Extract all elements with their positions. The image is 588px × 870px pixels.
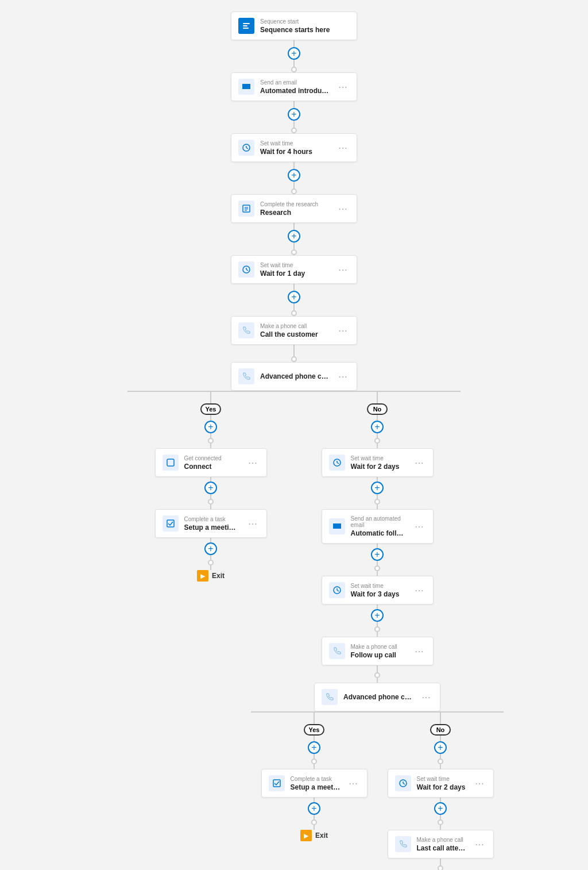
add-btn-yes-2[interactable]: + [308, 741, 320, 754]
wait-4h-label: Set wait time [260, 140, 330, 147]
task-setup-2-card: Complete a task Setup a meeting and move… [261, 769, 368, 798]
add-btn-no-2[interactable]: + [434, 741, 447, 754]
wait-1d-label: Set wait time [260, 262, 330, 268]
auto-email-icon [329, 518, 345, 534]
connect-card: Get connected Connect ⋯ [155, 448, 267, 477]
phone-call-2-text: Make a phone call Follow up call [351, 644, 407, 659]
branch-1-row: Yes + Get connected Connect [127, 392, 461, 870]
svg-rect-14 [167, 520, 174, 527]
task-setup-2-title: Setup a meeting and move to the next s..… [291, 783, 341, 791]
wait-2d-1-title: Wait for 2 days [351, 463, 407, 471]
add-btn-yes-1[interactable]: + [204, 421, 217, 433]
wait-1d-menu[interactable]: ⋯ [336, 263, 350, 276]
auto-follow-email-menu[interactable]: ⋯ [412, 520, 426, 533]
wait-2d-2-label: Set wait time [417, 776, 467, 782]
no-label-2: No [430, 724, 451, 736]
phone-call-2-card: Make a phone call Follow up call ⋯ [322, 637, 434, 665]
research-label: Complete the research [260, 201, 330, 207]
svg-line-5 [246, 148, 248, 149]
wait-2d-1-label: Set wait time [351, 455, 407, 461]
condition-icon-1 [238, 368, 254, 384]
add-btn-no-1b[interactable]: + [371, 482, 384, 494]
task-icon-1 [163, 515, 179, 532]
phone-condition-1-menu[interactable]: ⋯ [336, 370, 350, 383]
wait-2d-1-menu[interactable]: ⋯ [412, 456, 426, 469]
task-setup-2-text: Complete a task Setup a meeting and move… [291, 776, 341, 791]
branch-2-row: Yes + C [251, 713, 504, 870]
research-icon [238, 201, 254, 217]
add-btn-2[interactable]: + [288, 108, 300, 121]
task-setup-1-menu[interactable]: ⋯ [246, 517, 260, 530]
auto-follow-email-title: Automatic follow up email [351, 529, 407, 537]
wait-3d-menu[interactable]: ⋯ [412, 584, 426, 597]
sequence-start-title: Sequence starts here [260, 26, 350, 34]
wait-icon-4 [329, 582, 345, 598]
svg-rect-21 [273, 780, 280, 787]
sequence-start-label: Sequence start [260, 18, 350, 25]
phone-condition-2-menu[interactable]: ⋯ [419, 691, 433, 704]
connect-icon [163, 455, 179, 471]
phone-call-3-menu[interactable]: ⋯ [473, 838, 486, 851]
phone-call-3-title: Last call attempt [417, 844, 467, 852]
add-btn-no-2b[interactable]: + [434, 802, 447, 815]
wait-2d-2-menu[interactable]: ⋯ [473, 777, 486, 790]
wait-4h-menu[interactable]: ⋯ [336, 141, 350, 155]
exit-icon-1: ▶ [197, 570, 208, 582]
svg-rect-0 [243, 23, 250, 24]
research-card: Complete the research Research ⋯ [231, 194, 357, 223]
condition-icon-2 [322, 689, 338, 705]
email-icon [238, 79, 254, 95]
task-icon-2 [269, 775, 285, 791]
send-email-1-label: Send an email [260, 79, 330, 86]
yes-label-1: Yes [200, 403, 221, 415]
phone-icon-2 [329, 643, 345, 659]
phone-call-2-label: Make a phone call [351, 644, 407, 650]
connect-title: Connect [184, 463, 240, 471]
research-text: Complete the research Research [260, 201, 330, 217]
wait-3d-card: Set wait time Wait for 3 days ⋯ [322, 576, 434, 605]
send-email-1-menu[interactable]: ⋯ [336, 80, 350, 94]
add-btn-4[interactable]: + [288, 230, 300, 242]
connect-text: Get connected Connect [184, 455, 240, 471]
connect-label: Get connected [184, 455, 240, 461]
exit-2: ▶ Exit [300, 830, 328, 841]
svg-line-20 [337, 590, 339, 591]
add-btn-3[interactable]: + [288, 169, 300, 182]
exit-icon-2: ▶ [300, 830, 312, 841]
svg-rect-2 [243, 28, 249, 29]
add-btn-5[interactable]: + [288, 291, 300, 303]
add-btn-yes-1b[interactable]: + [204, 482, 217, 494]
svg-line-24 [403, 783, 405, 784]
exit-1-label: Exit [212, 572, 225, 580]
phone-call-3-text: Make a phone call Last call attempt [417, 837, 467, 852]
sequence-start-text: Sequence start Sequence starts here [260, 18, 350, 34]
connect-menu[interactable]: ⋯ [246, 456, 260, 469]
phone-call-1-label: Make a phone call [260, 323, 330, 329]
no-label-1: No [367, 403, 388, 415]
task-setup-2-menu[interactable]: ⋯ [346, 777, 360, 790]
wait-3d-label: Set wait time [351, 583, 407, 589]
connector-1: + [288, 40, 300, 72]
wait-1d-text: Set wait time Wait for 1 day [260, 262, 330, 278]
research-menu[interactable]: ⋯ [336, 202, 350, 215]
add-btn-1[interactable]: + [288, 47, 300, 60]
add-btn-no-1d[interactable]: + [371, 609, 384, 622]
task-setup-1-title: Setup a meeting and move to the next s..… [184, 523, 240, 532]
connector-5: + [288, 284, 300, 316]
phone-icon-1 [238, 322, 254, 338]
svg-line-12 [246, 270, 248, 271]
exit-1: ▶ Exit [197, 570, 225, 582]
add-btn-no-1[interactable]: + [371, 421, 384, 433]
send-email-1-title: Automated introductory email [260, 87, 330, 95]
add-btn-no-1c[interactable]: + [371, 548, 384, 561]
phone-icon-3 [395, 836, 411, 852]
add-btn-yes-1c[interactable]: + [204, 542, 217, 555]
add-btn-yes-2b[interactable]: + [308, 802, 320, 815]
wait-2d-2-title: Wait for 2 days [417, 783, 467, 791]
phone-call-2-menu[interactable]: ⋯ [412, 645, 426, 658]
yes-label-2: Yes [304, 724, 324, 736]
svg-rect-1 [243, 25, 247, 26]
phone-call-1-menu[interactable]: ⋯ [336, 324, 350, 337]
wait-2d-2-text: Set wait time Wait for 2 days [417, 776, 467, 791]
branch-no-2: No + Se [377, 713, 504, 870]
